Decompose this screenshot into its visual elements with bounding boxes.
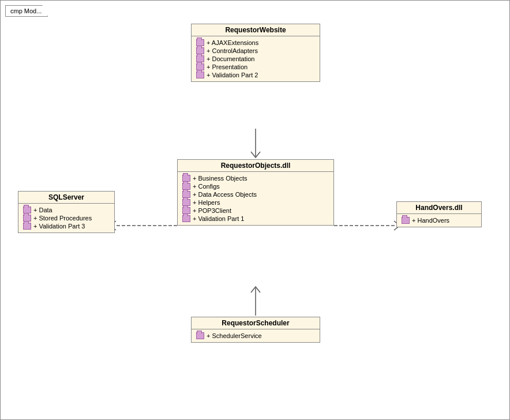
item-label: + AJAXExtensions — [207, 39, 258, 46]
requestor-objects-body: + Business Objects + Configs + Data Acce… — [178, 172, 333, 225]
item-label: + Validation Part 1 — [193, 215, 244, 222]
pkg-icon — [196, 72, 204, 78]
item-label: + Validation Part 3 — [33, 223, 85, 230]
list-item: + Validation Part 1 — [182, 215, 329, 223]
sql-server-box: SQLServer + Data + Stored Procedures + V… — [18, 191, 115, 233]
list-item: + POP3Client — [182, 207, 329, 215]
item-label: + SchedulerService — [207, 332, 262, 339]
item-label: + ControlAdapters — [207, 47, 258, 54]
pkg-icon — [402, 217, 410, 224]
list-item: + Data — [23, 206, 110, 214]
requestor-website-box: RequestorWebsite + AJAXExtensions + Cont… — [191, 24, 320, 82]
tab-label: cmp Mod... — [5, 5, 48, 17]
item-label: + Helpers — [193, 199, 220, 206]
item-label: + Documentation — [207, 55, 254, 62]
list-item: + Validation Part 2 — [196, 71, 315, 79]
pkg-icon — [23, 223, 31, 230]
item-label: + Presentation — [207, 63, 247, 70]
hand-overs-title: HandOvers.dll — [397, 202, 481, 214]
requestor-scheduler-box: RequestorScheduler + SchedulerService — [191, 317, 320, 343]
list-item: + SchedulerService — [196, 332, 315, 340]
item-label: + Configs — [193, 183, 220, 190]
item-label: + Data — [33, 207, 52, 213]
list-item: + Helpers — [182, 198, 329, 207]
item-label: + Data Access Objects — [193, 191, 257, 198]
sql-server-title: SQLServer — [18, 192, 114, 204]
list-item: + Configs — [182, 182, 329, 190]
requestor-website-body: + AJAXExtensions + ControlAdapters + Doc… — [192, 36, 320, 81]
requestor-website-title: RequestorWebsite — [192, 24, 320, 36]
list-item: + AJAXExtensions — [196, 39, 315, 47]
item-label: + POP3Client — [193, 207, 231, 214]
pkg-icon — [196, 332, 204, 339]
list-item: + Presentation — [196, 63, 315, 71]
requestor-objects-box: RequestorObjects.dll + Business Objects … — [177, 159, 334, 226]
requestor-scheduler-body: + SchedulerService — [192, 329, 320, 342]
list-item: + Stored Procedures — [23, 214, 110, 222]
requestor-scheduler-title: RequestorScheduler — [192, 317, 320, 329]
hand-overs-body: + HandOvers — [397, 214, 481, 227]
list-item: + Data Access Objects — [182, 190, 329, 198]
pkg-icon — [182, 215, 190, 222]
list-item: + Documentation — [196, 55, 315, 63]
item-label: + Business Objects — [193, 175, 247, 182]
item-label: + Stored Procedures — [33, 215, 92, 222]
list-item: + ControlAdapters — [196, 47, 315, 55]
list-item: + Validation Part 3 — [23, 222, 110, 230]
item-label: + Validation Part 2 — [207, 72, 258, 78]
hand-overs-box: HandOvers.dll + HandOvers — [396, 201, 482, 227]
canvas: cmp Mod... RequestorWebsite + AJAXExtens… — [0, 0, 510, 420]
requestor-objects-title: RequestorObjects.dll — [178, 160, 333, 172]
list-item: + Business Objects — [182, 174, 329, 182]
list-item: + HandOvers — [402, 216, 477, 224]
sql-server-body: + Data + Stored Procedures + Validation … — [18, 204, 114, 232]
item-label: + HandOvers — [412, 217, 449, 224]
